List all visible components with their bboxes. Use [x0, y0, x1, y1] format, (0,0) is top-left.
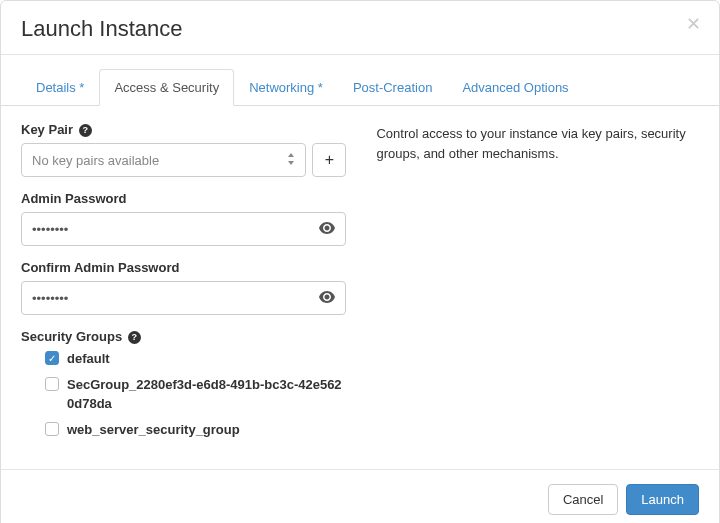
- checkbox[interactable]: [45, 377, 59, 391]
- select-caret-icon: [287, 153, 295, 167]
- eye-icon[interactable]: [319, 290, 335, 306]
- tab-details[interactable]: Details *: [21, 69, 99, 106]
- checkbox-label: SecGroup_2280ef3d-e6d8-491b-bc3c-42e5620…: [67, 376, 346, 412]
- tab-networking[interactable]: Networking *: [234, 69, 338, 106]
- keypair-label: Key Pair ?: [21, 122, 346, 137]
- launch-instance-modal: Launch Instance ✕ Details * Access & Sec…: [0, 0, 720, 523]
- security-groups-group: Security Groups ? ✓ default SecGroup_228…: [21, 329, 346, 439]
- help-icon[interactable]: ?: [128, 331, 141, 344]
- help-text: Control access to your instance via key …: [376, 124, 699, 163]
- help-icon[interactable]: ?: [79, 124, 92, 137]
- tab-post-creation[interactable]: Post-Creation: [338, 69, 447, 106]
- add-keypair-button[interactable]: +: [312, 143, 346, 177]
- tab-label: Post-Creation: [353, 80, 432, 95]
- checkbox-label: web_server_security_group: [67, 421, 240, 439]
- confirm-password-group: Confirm Admin Password ••••••••: [21, 260, 346, 315]
- cancel-button[interactable]: Cancel: [548, 484, 618, 515]
- eye-icon[interactable]: [319, 221, 335, 237]
- close-icon: ✕: [686, 14, 701, 34]
- admin-password-group: Admin Password ••••••••: [21, 191, 346, 246]
- tab-advanced-options[interactable]: Advanced Options: [447, 69, 583, 106]
- plus-icon: +: [325, 151, 334, 169]
- password-value: ••••••••: [32, 222, 68, 237]
- close-button[interactable]: ✕: [686, 13, 701, 35]
- keypair-group: Key Pair ? No key pairs available +: [21, 122, 346, 177]
- keypair-selected-value: No key pairs available: [32, 153, 159, 168]
- checkbox-label: default: [67, 350, 110, 368]
- checkbox[interactable]: ✓: [45, 351, 59, 365]
- modal-header: Launch Instance ✕: [1, 1, 719, 55]
- security-group-item[interactable]: web_server_security_group: [45, 421, 346, 439]
- checkbox[interactable]: [45, 422, 59, 436]
- tab-label: Details: [36, 80, 76, 95]
- form-column: Key Pair ? No key pairs available +: [21, 122, 346, 453]
- required-asterisk: *: [76, 80, 85, 95]
- required-asterisk: *: [314, 80, 323, 95]
- security-group-item[interactable]: ✓ default: [45, 350, 346, 368]
- security-groups-list: ✓ default SecGroup_2280ef3d-e6d8-491b-bc…: [21, 350, 346, 439]
- help-column: Control access to your instance via key …: [376, 122, 699, 453]
- admin-password-input[interactable]: ••••••••: [21, 212, 346, 246]
- tabs: Details * Access & Security Networking *…: [1, 69, 719, 106]
- security-group-item[interactable]: SecGroup_2280ef3d-e6d8-491b-bc3c-42e5620…: [45, 376, 346, 412]
- keypair-row: No key pairs available +: [21, 143, 346, 177]
- confirm-password-label: Confirm Admin Password: [21, 260, 346, 275]
- modal-footer: Cancel Launch: [1, 469, 719, 523]
- keypair-select[interactable]: No key pairs available: [21, 143, 306, 177]
- confirm-password-input[interactable]: ••••••••: [21, 281, 346, 315]
- tab-label: Advanced Options: [462, 80, 568, 95]
- tab-access-security[interactable]: Access & Security: [99, 69, 234, 106]
- launch-button[interactable]: Launch: [626, 484, 699, 515]
- security-groups-label: Security Groups ?: [21, 329, 346, 344]
- tab-label: Access & Security: [114, 80, 219, 95]
- admin-password-label: Admin Password: [21, 191, 346, 206]
- password-value: ••••••••: [32, 291, 68, 306]
- tab-label: Networking: [249, 80, 314, 95]
- modal-body: Key Pair ? No key pairs available +: [1, 106, 719, 469]
- modal-title: Launch Instance: [21, 16, 699, 42]
